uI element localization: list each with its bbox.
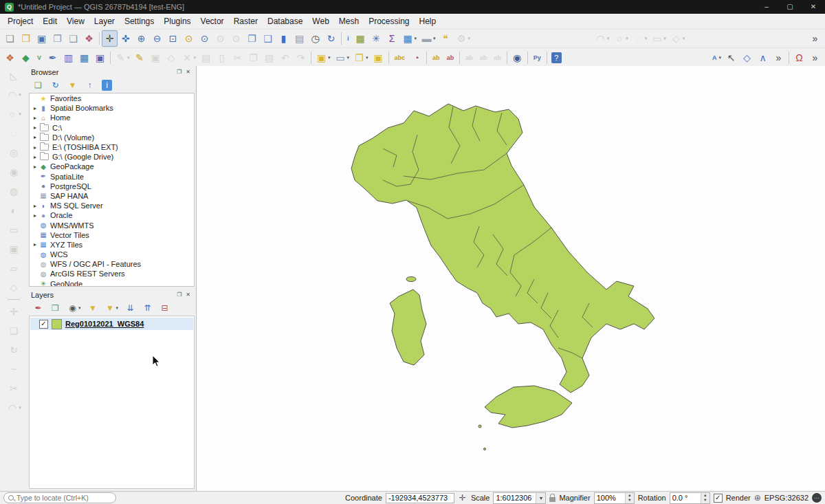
- browser-item-spatial-bookmarks[interactable]: ▸▮Spatial Bookmarks: [30, 103, 194, 113]
- collapse-all-layers-button[interactable]: ⇈: [140, 301, 155, 315]
- rotation-spinbox[interactable]: ▲▼: [670, 492, 710, 504]
- menu-help[interactable]: Help: [415, 15, 441, 28]
- browser-item-spatialite[interactable]: ✒SpatiaLite: [30, 172, 194, 182]
- pan-map-to-selection-button[interactable]: ✜: [118, 30, 133, 47]
- scale-lock-icon[interactable]: [549, 497, 556, 502]
- layers-float-button[interactable]: ❐: [175, 292, 184, 298]
- expand-arrow-icon[interactable]: ▸: [32, 241, 38, 248]
- browser-item-wcs[interactable]: ◍WCS: [30, 250, 194, 259]
- browser-item-wms-wmts[interactable]: ◍WMS/WMTS: [30, 220, 194, 230]
- show-layout-manager-button[interactable]: ❑: [65, 30, 81, 47]
- browser-item-geopackage[interactable]: ▸◆GeoPackage: [30, 162, 194, 171]
- select-features-by-form-button[interactable]: ▭▾: [333, 50, 352, 66]
- open-attribute-table-button[interactable]: ▦▾: [400, 30, 419, 47]
- rotation-input[interactable]: [670, 493, 701, 503]
- filter-legend-button[interactable]: ▼: [86, 301, 100, 315]
- measure-line-button[interactable]: ▬▾: [419, 30, 438, 47]
- open-data-source-manager-button[interactable]: ❖: [2, 50, 18, 66]
- browser-item-d-volume[interactable]: ▸D:\ (Volume): [30, 133, 194, 142]
- rotation-up-icon[interactable]: ▲: [701, 493, 710, 498]
- select-features-by-value-button[interactable]: ▦: [353, 30, 368, 47]
- expand-arrow-icon[interactable]: ▸: [32, 154, 38, 160]
- show-spatial-bookmarks-button[interactable]: ▤: [292, 30, 307, 47]
- collapse-all-browser-button[interactable]: ↑: [82, 78, 97, 92]
- digitize-shape-line-button[interactable]: ∧: [755, 50, 771, 66]
- pan-map-button[interactable]: ✛: [102, 30, 118, 47]
- expand-arrow-icon[interactable]: ▸: [32, 164, 38, 170]
- scale-dropdown-icon[interactable]: ▼: [536, 493, 545, 503]
- layer-item[interactable]: ✓Reg01012021_WGS84: [30, 318, 193, 330]
- zoom-full-button[interactable]: ⊡: [165, 30, 181, 47]
- locate-box[interactable]: [3, 492, 116, 503]
- expand-all-layers-button[interactable]: ⇊: [123, 301, 138, 315]
- highlight-pinned-labels-button[interactable]: ab: [443, 50, 458, 66]
- expand-arrow-icon[interactable]: ▸: [32, 212, 38, 219]
- expand-arrow-icon[interactable]: ▸: [32, 124, 38, 131]
- filter-legend-by-expression-button[interactable]: ▼▾: [103, 301, 121, 315]
- browser-item-sap-hana[interactable]: ▦SAP HANA: [30, 191, 194, 201]
- new-project-button[interactable]: ❏: [2, 30, 18, 47]
- browser-item-g-google-drive[interactable]: ▸G:\ (Google Drive): [30, 152, 194, 162]
- temporal-controller-button[interactable]: ◷: [307, 30, 323, 47]
- menu-settings[interactable]: Settings: [120, 15, 159, 28]
- minimize-button[interactable]: –: [755, 0, 778, 14]
- menu-database[interactable]: Database: [263, 15, 307, 28]
- expand-arrow-icon[interactable]: ▸: [32, 144, 38, 151]
- browser-item-ms-sql-server[interactable]: ▸◗MS SQL Server: [30, 201, 194, 210]
- open-project-button[interactable]: ❒: [18, 30, 34, 47]
- expand-arrow-icon[interactable]: ▸: [32, 134, 38, 140]
- remove-layer-button[interactable]: ⊟: [157, 301, 172, 315]
- coordinate-input[interactable]: [386, 493, 454, 503]
- menu-vector[interactable]: Vector: [196, 15, 229, 28]
- menu-plugins[interactable]: Plugins: [159, 15, 195, 28]
- add-selected-layers-button[interactable]: ❏: [31, 78, 45, 92]
- snapping-magnet-button[interactable]: Ω: [791, 50, 807, 66]
- messages-button[interactable]: …: [812, 493, 822, 503]
- browser-close-button[interactable]: ✕: [184, 69, 192, 75]
- new-spatial-bookmark-button[interactable]: ▮: [276, 30, 292, 47]
- menu-edit[interactable]: Edit: [38, 15, 62, 28]
- open-layer-styling-button[interactable]: ✒: [31, 301, 45, 315]
- modify-annotations-button[interactable]: ↖: [723, 50, 739, 66]
- identify-features-button[interactable]: i: [344, 30, 353, 47]
- manage-map-themes-button[interactable]: ◉▾: [65, 301, 83, 315]
- pin-labels-button[interactable]: ab: [429, 50, 443, 66]
- layer-diagram-button[interactable]: ◔: [408, 50, 424, 66]
- help-contents-button[interactable]: ?: [549, 50, 564, 66]
- digitize-shape-polygon-button[interactable]: ◇: [739, 50, 755, 66]
- menu-view[interactable]: View: [62, 15, 89, 28]
- magnifier-down-icon[interactable]: ▼: [626, 498, 634, 503]
- create-annotation-layer-button[interactable]: A▾: [709, 50, 723, 66]
- new-spatialite-layer-button[interactable]: ✒: [45, 50, 60, 66]
- browser-item-vector-tiles[interactable]: ▦Vector Tiles: [30, 230, 194, 240]
- toolbar-overflow-digitize-button[interactable]: »: [771, 50, 786, 66]
- zoom-to-selection-button[interactable]: ⊙: [181, 30, 197, 47]
- menu-processing[interactable]: Processing: [364, 15, 414, 28]
- browser-item-favorites[interactable]: ★Favorites: [30, 94, 194, 103]
- new-virtual-layer-button[interactable]: ▣: [92, 50, 108, 66]
- expand-arrow-icon[interactable]: ▸: [32, 115, 38, 121]
- browser-item-wfs-ogc-api-features[interactable]: ◍WFS / OGC API - Features: [30, 259, 194, 269]
- magnifier-spinbox[interactable]: ▲▼: [594, 492, 635, 504]
- deselect-features-button[interactable]: ❐▾: [351, 50, 371, 66]
- filter-browser-button[interactable]: ▼: [65, 78, 80, 92]
- processing-toolbox-button[interactable]: ✳: [368, 30, 384, 47]
- locate-input[interactable]: [16, 494, 98, 502]
- new-temporary-scratch-layer-button[interactable]: ▥: [60, 50, 76, 66]
- map-canvas[interactable]: [196, 66, 825, 491]
- zoom-in-button[interactable]: ⊕: [133, 30, 149, 47]
- expand-arrow-icon[interactable]: ▸: [32, 105, 38, 111]
- new-map-view-button[interactable]: ❐: [244, 30, 260, 47]
- add-group-button[interactable]: ❒: [48, 301, 63, 315]
- browser-item-oracle[interactable]: ▸●Oracle: [30, 210, 194, 220]
- layer-labeling-button[interactable]: abc: [391, 50, 409, 66]
- new-3d-map-view-button[interactable]: ❑: [260, 30, 276, 47]
- menu-layer[interactable]: Layer: [89, 15, 120, 28]
- python-console-button[interactable]: Py: [530, 50, 544, 66]
- menu-mesh[interactable]: Mesh: [334, 15, 364, 28]
- zoom-to-layer-button[interactable]: ⊙: [197, 30, 212, 47]
- toggle-editing-button[interactable]: ✎: [132, 50, 148, 66]
- menu-raster[interactable]: Raster: [229, 15, 263, 28]
- render-checkbox[interactable]: ✓: [714, 494, 723, 503]
- magnifier-input[interactable]: [595, 493, 625, 503]
